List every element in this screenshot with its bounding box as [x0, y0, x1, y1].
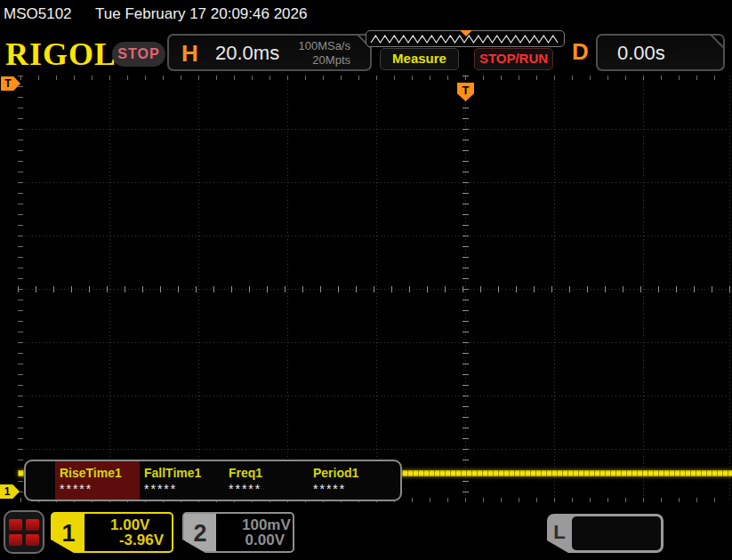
measurement-value: *****: [229, 482, 309, 496]
measurement-label: Period1: [313, 466, 398, 480]
preview-waveform: [371, 36, 558, 43]
measurement-label: FallTime1: [144, 466, 224, 480]
measurement-overlay[interactable]: RiseTime1 ***** FallTime1 ***** Freq1 **…: [24, 460, 402, 501]
preview-trigger-caret-icon[interactable]: [460, 30, 472, 36]
measurement-falltime[interactable]: FallTime1 *****: [140, 461, 224, 500]
measurement-value: *****: [60, 482, 140, 496]
logic-channel-list: 0 1 2 3 4 5 6 7 8 9 10 11 12 13 14 15: [572, 516, 661, 550]
channel1-box[interactable]: 1 1.00V -3.96V: [51, 512, 173, 553]
measurement-value: *****: [144, 482, 224, 496]
channel1-offset: -3.96V: [119, 532, 164, 549]
measurement-risetime[interactable]: RiseTime1 *****: [55, 461, 140, 500]
oscilloscope-screen: MSO5102 Tue February 17 20:09:46 2026 RI…: [0, 0, 732, 560]
menu-grid-icon[interactable]: [4, 510, 44, 554]
measurement-freq[interactable]: Freq1 *****: [224, 461, 309, 500]
channel2-offset: 0.00V: [245, 532, 285, 549]
measurement-label: RiseTime1: [60, 466, 140, 480]
measurement-value: *****: [313, 482, 398, 496]
channel2-box[interactable]: 2 100mV 0.00V: [182, 512, 294, 553]
measurement-period[interactable]: Period1 *****: [309, 461, 398, 500]
measurement-label: Freq1: [229, 466, 309, 480]
logic-analyzer-box[interactable]: L 0 1 2 3 4 5 6 7 8 9 10 11 12 13 14 15: [547, 514, 664, 553]
